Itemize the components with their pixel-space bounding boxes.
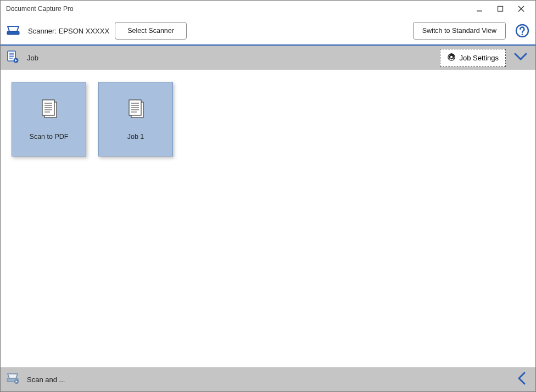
document-icon xyxy=(37,98,61,124)
scan-and-section-header: Scan and ... xyxy=(1,367,535,391)
job-tiles-area: Scan to PDF Job 1 xyxy=(1,70,535,367)
scan-and-section-title: Scan and ... xyxy=(27,376,65,384)
job-section-icon xyxy=(6,50,19,65)
svg-point-16 xyxy=(450,55,453,58)
job-tile-label: Scan to PDF xyxy=(30,133,69,141)
svg-rect-4 xyxy=(7,31,19,35)
title-bar: Document Capture Pro xyxy=(1,1,535,17)
svg-point-6 xyxy=(522,33,523,35)
maximize-button[interactable] xyxy=(490,2,510,16)
document-icon xyxy=(124,98,148,124)
switch-to-standard-view-button[interactable]: Switch to Standard View xyxy=(413,22,506,40)
select-scanner-button[interactable]: Select Scanner xyxy=(115,22,187,40)
scan-and-icon xyxy=(6,372,19,387)
scanner-icon xyxy=(6,25,20,37)
expand-section-button[interactable] xyxy=(513,371,530,388)
job-section-header: Job Job Settings xyxy=(1,46,535,70)
help-icon[interactable] xyxy=(515,23,530,38)
job-tile-job-1[interactable]: Job 1 xyxy=(98,82,173,156)
scanner-label: Scanner: EPSON XXXXX xyxy=(28,27,109,35)
minimize-button[interactable] xyxy=(470,2,489,16)
chevron-down-icon xyxy=(513,51,528,65)
app-window: Document Capture Pro Scanner: EPSON XXXX… xyxy=(0,0,536,392)
job-tile-label: Job 1 xyxy=(127,133,144,141)
svg-rect-1 xyxy=(498,7,503,12)
close-button[interactable] xyxy=(511,2,531,16)
toolbar: Scanner: EPSON XXXXX Select Scanner Swit… xyxy=(1,17,535,44)
job-settings-button[interactable]: Job Settings xyxy=(440,49,506,67)
chevron-left-icon xyxy=(516,371,528,388)
gear-icon xyxy=(447,53,456,63)
job-settings-label: Job Settings xyxy=(459,54,499,62)
job-section-title: Job xyxy=(27,54,38,62)
job-tile-scan-to-pdf[interactable]: Scan to PDF xyxy=(12,82,86,156)
collapse-section-button[interactable] xyxy=(511,49,530,66)
window-title: Document Capture Pro xyxy=(6,5,74,13)
